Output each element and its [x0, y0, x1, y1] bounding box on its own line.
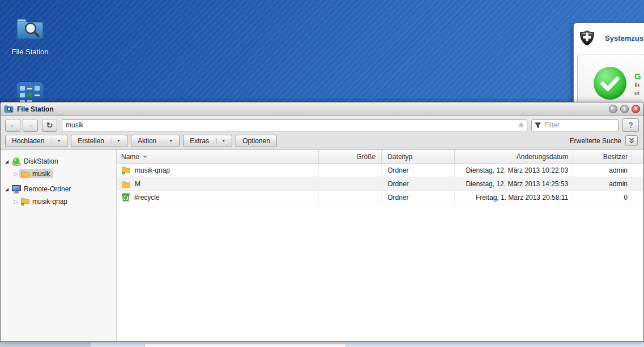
cell-name: M [117, 177, 319, 190]
health-status-heading: G [634, 71, 641, 81]
close-button[interactable]: ✕ [632, 105, 640, 113]
tree-node-remote-ordner[interactable]: ◢ Remote-Ordner [1, 183, 116, 195]
dropdown-arrow-icon: ▼ [112, 138, 121, 144]
health-widget-title: Systemzust [605, 34, 644, 42]
help-button[interactable]: ? [622, 118, 639, 132]
desktop-icon-label: File Station [6, 48, 54, 56]
tree-node-musik-qnap[interactable]: ▷ musik-qnap [1, 195, 116, 207]
cell-name: #recycle [117, 191, 319, 204]
refresh-icon: ↻ [46, 121, 53, 130]
navigation-toolbar: ← → ↻ ★ ? [1, 116, 643, 134]
grid-square [20, 86, 25, 91]
cell-owner: 0 [573, 191, 632, 204]
hochladen-button[interactable]: Hochladen ▼ [5, 135, 67, 147]
tree-node-label: musik [32, 170, 50, 178]
address-input[interactable] [62, 119, 527, 131]
column-header-size[interactable]: Größe [319, 150, 382, 163]
folder-icon [20, 170, 30, 178]
cell-sliver [632, 191, 643, 204]
window-title: File Station [17, 105, 54, 113]
aktion-button[interactable]: Aktion ▼ [131, 135, 180, 147]
network-folder-icon [121, 166, 131, 174]
health-status-line: Ih [634, 81, 641, 89]
column-header-sliver [632, 150, 643, 163]
action-toolbar: Hochladen ▼ Erstellen ▼ Aktion ▼ Extras … [1, 134, 643, 150]
address-bar: ★ [62, 119, 527, 131]
tree-node-label: musik-qnap [32, 198, 67, 205]
collapse-arrow-icon[interactable]: ▷ [12, 171, 19, 177]
column-header-name[interactable]: Name [117, 150, 319, 163]
question-mark-icon: ? [628, 121, 633, 130]
cell-type: Ordner [382, 191, 455, 204]
window-main: ◢ DiskStation ▷ [1, 150, 643, 341]
cell-owner: admin [573, 177, 632, 190]
collapse-arrow-icon[interactable]: ▷ [12, 199, 19, 204]
cell-modified: Dienstag, 12. März 2013 14:25:53 [455, 177, 573, 190]
grid-check-square [27, 93, 32, 97]
optionen-button[interactable]: Optionen [236, 135, 277, 147]
table-row[interactable]: #recycle Ordner Freitag, 1. März 2013 20… [117, 191, 643, 204]
grid-dash [27, 88, 32, 89]
cell-modified: Dienstag, 12. März 2013 10:22:03 [455, 164, 573, 177]
table-header: Name Größe Dateityp Änderungsdatum Besit… [117, 150, 643, 164]
tree-node-musik[interactable]: ▷ musik [1, 168, 116, 179]
minimize-button[interactable] [609, 105, 617, 113]
selected-tree-item[interactable]: musik [19, 169, 53, 178]
cell-name: musik-qnap [117, 164, 319, 177]
back-button[interactable]: ← [5, 119, 20, 132]
expand-arrow-icon[interactable]: ◢ [3, 159, 10, 164]
folder-tree: ◢ DiskStation ▷ [1, 150, 117, 341]
cell-type: Ordner [382, 177, 455, 190]
advanced-search: Erweiterte Suche [570, 135, 638, 146]
tree-node-diskstation[interactable]: ◢ DiskStation [1, 155, 116, 168]
extras-button[interactable]: Extras ▼ [183, 135, 232, 147]
desktop-icon-file-station[interactable]: File Station [6, 16, 54, 56]
advanced-search-label: Erweiterte Suche [570, 137, 621, 145]
folder-icon [121, 180, 131, 188]
dropdown-arrow-icon: ▼ [164, 138, 173, 144]
window-titlebar[interactable]: File Station + ✕ [1, 102, 643, 116]
column-header-type[interactable]: Dateityp [382, 150, 455, 163]
cell-type: Ordner [382, 164, 455, 177]
table-row[interactable]: musik-qnap Ordner Dienstag, 12. März 201… [117, 164, 643, 177]
file-station-icon [15, 16, 45, 42]
taskbar[interactable] [0, 342, 644, 347]
refresh-button[interactable]: ↻ [42, 119, 57, 132]
dropdown-arrow-icon: ▼ [216, 138, 225, 144]
grid-square [35, 86, 40, 91]
cell-size [319, 177, 382, 190]
filter-input[interactable] [531, 119, 619, 131]
advanced-search-toggle-button[interactable] [625, 135, 638, 146]
window-controls: + ✕ [609, 105, 640, 113]
health-status-line: ei [634, 89, 641, 97]
cell-sliver [632, 164, 643, 177]
green-check-icon [594, 67, 626, 100]
file-station-icon [4, 105, 14, 113]
sort-descending-icon [143, 156, 147, 158]
filter-funnel-icon [534, 122, 541, 129]
cell-size [319, 191, 382, 204]
cell-size [319, 164, 382, 177]
button-label: Extras [190, 137, 209, 145]
maximize-button[interactable]: + [620, 105, 629, 113]
cell-owner: admin [573, 164, 632, 177]
health-widget-header: Systemzust [574, 23, 644, 52]
cell-sliver [632, 177, 643, 190]
button-label: Aktion [138, 137, 156, 145]
expand-arrow-icon[interactable]: ◢ [3, 187, 10, 192]
erstellen-button[interactable]: Erstellen ▼ [71, 135, 127, 147]
button-label: Erstellen [78, 137, 104, 145]
forward-button[interactable]: → [23, 119, 38, 132]
column-header-owner[interactable]: Besitzer [573, 150, 632, 163]
column-header-modified[interactable]: Änderungsdatum [455, 150, 573, 163]
table-body: musik-qnap Ordner Dienstag, 12. März 201… [117, 164, 643, 341]
button-label: Hochladen [12, 137, 44, 145]
bookmark-star-icon[interactable]: ★ [518, 121, 524, 129]
tree-node-label: DiskStation [24, 157, 58, 165]
recycle-bin-icon [121, 193, 130, 202]
double-chevron-down-icon [628, 137, 636, 144]
taskbar-segment [0, 342, 91, 347]
grid-square [20, 93, 25, 97]
file-station-window: File Station + ✕ ← → ↻ ★ ? [0, 102, 644, 342]
table-row[interactable]: M Ordner Dienstag, 12. März 2013 14:25:5… [117, 177, 643, 191]
